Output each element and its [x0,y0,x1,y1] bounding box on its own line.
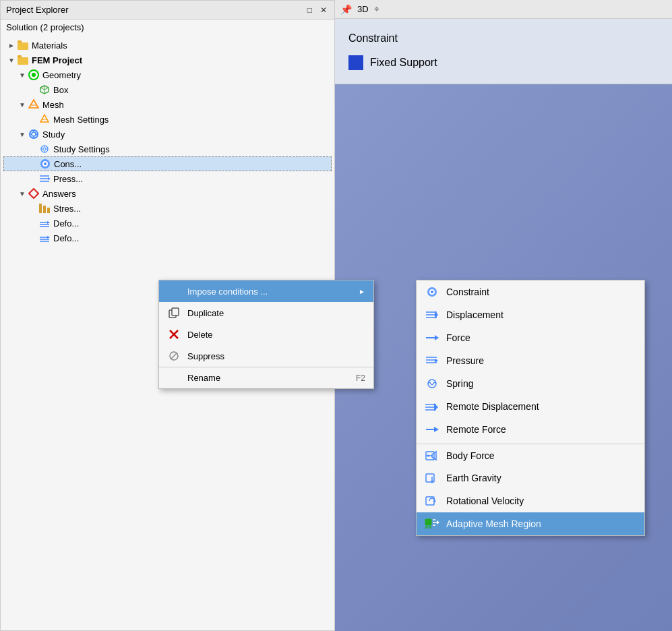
svg-marker-35 [48,177,51,180]
tree-label-fem-project: FEM Project [32,55,82,65]
sub-adaptive-mesh-region-label: Adaptive Mesh Region [446,518,541,529]
tree-label-box: Box [53,85,68,95]
constraint-item: Fixed Support [348,55,659,70]
svg-rect-83 [425,519,431,525]
svg-rect-49 [172,308,179,316]
context-menu: Impose conditions ... ► Duplicate Delete [158,280,374,389]
submenu-remote-displacement[interactable]: Remote Displacement [417,395,644,418]
sub-pressure-label: Pressure [446,355,484,366]
sub-body-force-icon [425,448,439,463]
submenu-spring[interactable]: Spring [417,372,644,395]
svg-marker-36 [29,189,38,198]
tree-label-defo2: Defo... [53,233,79,243]
folder-icon-materials [17,39,29,51]
tree-label-constraint: Cons... [54,159,82,169]
tree-item-pressure[interactable]: Press... [3,171,332,186]
pin-icon: 📌 [340,4,352,15]
tree-label-mesh: Mesh [42,100,64,110]
panel-controls: □ ✕ [305,5,329,16]
svg-point-24 [43,148,46,150]
constraint-panel: Constraint Fixed Support [335,19,672,84]
tree-item-answers[interactable]: ▼ Answers [3,186,332,201]
sub-constraint-icon [425,284,439,299]
svg-point-6 [32,73,36,77]
svg-marker-66 [435,359,438,363]
sub-rot-vel-icon [425,493,439,508]
svg-line-53 [171,353,177,359]
tree-item-materials[interactable]: ► Materials [3,38,332,53]
restore-button[interactable]: □ [305,5,314,16]
tree-label-answers: Answers [42,189,76,199]
tree-label-defo1: Defo... [53,218,79,229]
impose-conditions-arrow: ► [359,288,365,295]
defo1-icon [38,217,51,229]
submenu-displacement[interactable]: Displacement [417,303,644,326]
svg-rect-37 [39,204,42,213]
expand-study[interactable]: ▼ [17,129,28,140]
constraint-title: Constraint [348,32,659,44]
sub-spring-icon [425,376,439,391]
sub-force-icon [425,330,439,345]
svg-marker-15 [40,115,49,122]
expand-fem-project[interactable]: ▼ [6,55,17,65]
svg-point-18 [32,132,36,136]
duplicate-icon [167,306,181,320]
tree-item-geometry[interactable]: ▼ Geometry [3,67,332,82]
context-menu-impose-conditions[interactable]: Impose conditions ... ► [159,280,373,302]
tree-item-defo2[interactable]: Defo... [3,231,332,245]
panel-header: Project Explorer □ ✕ [1,1,334,20]
impose-conditions-label: Impose conditions ... [187,287,352,297]
suppress-icon [167,349,181,363]
expand-answers[interactable]: ▼ [17,188,28,199]
mesh-icon [28,98,40,111]
sub-adaptive-mesh-icon [425,516,439,531]
svg-marker-62 [435,335,439,340]
sub-displacement-icon [425,307,439,322]
context-menu-rename[interactable]: Rename F2 [159,367,373,388]
tree-item-study[interactable]: ▼ Study [3,127,332,142]
submenu-force[interactable]: Force [417,326,644,349]
sub-force-label: Force [446,332,470,343]
submenu-pressure[interactable]: Pressure [417,349,644,372]
context-menu-duplicate[interactable]: Duplicate [159,302,373,324]
tree-item-stress[interactable]: Stres... [3,201,332,216]
tree-item-study-settings[interactable]: Study Settings [3,142,332,156]
submenu-adaptive-mesh-region[interactable]: Adaptive Mesh Region [417,512,644,535]
submenu-body-force[interactable]: Body Force [417,444,644,467]
svg-marker-73 [434,427,439,432]
svg-marker-47 [47,236,50,239]
close-button[interactable]: ✕ [318,5,329,16]
tree-item-defo1[interactable]: Defo... [3,216,332,231]
study-icon [28,128,40,140]
svg-point-56 [431,291,433,293]
constraint-item-label: Fixed Support [370,57,437,69]
box-icon [38,84,51,96]
tree-label-geometry: Geometry [42,70,81,80]
tree-item-mesh[interactable]: ▼ Mesh [3,97,332,112]
tree-item-constraint[interactable]: Cons... [3,156,332,171]
sub-spring-label: Spring [446,378,473,389]
svg-rect-85 [429,526,431,529]
submenu-rotational-velocity[interactable]: Rotational Velocity [417,489,644,512]
tab-3d[interactable]: 3D [357,4,369,14]
expand-mesh[interactable]: ▼ [17,99,28,110]
tree-item-mesh-settings[interactable]: Mesh Settings [3,112,332,127]
svg-marker-43 [47,221,50,224]
expand-materials[interactable]: ► [6,40,17,51]
submenu-constraint[interactable]: Constraint [417,280,644,303]
tree-item-box[interactable]: Box [3,82,332,97]
sub-remote-disp-icon [425,399,439,414]
svg-rect-4 [18,55,22,58]
geometry-icon [28,69,40,81]
context-menu-suppress[interactable]: Suppress [159,345,373,367]
submenu-remote-force[interactable]: Remote Force [417,418,644,441]
tree-label-mesh-settings: Mesh Settings [53,115,109,125]
submenu-earth-gravity[interactable]: Earth Gravity [417,467,644,489]
constraint-icon [39,158,51,170]
context-menu-delete[interactable]: Delete [159,324,373,345]
expand-geometry[interactable]: ▼ [17,69,28,80]
tree-item-fem-project[interactable]: ▼ FEM Project [3,53,332,67]
mesh-settings-icon [38,113,51,125]
stress-icon [38,202,51,214]
svg-rect-84 [425,526,428,529]
